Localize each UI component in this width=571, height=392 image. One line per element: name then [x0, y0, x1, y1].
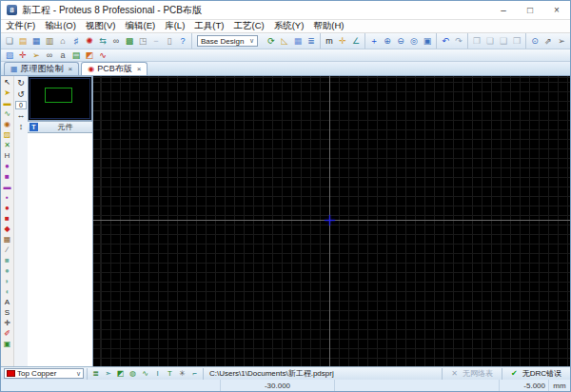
minimize-button[interactable]: – [490, 1, 517, 19]
false-origin-button[interactable]: ✛ [336, 35, 349, 48]
loop-removal-button[interactable]: ◍ [127, 368, 139, 379]
dil-pad-mode-button[interactable]: ▬ [1, 182, 13, 192]
3d-visualizer-button[interactable]: ▩ [123, 35, 136, 48]
route-mode-button[interactable]: ➣ [102, 368, 114, 379]
tab-schematic-close-icon[interactable]: × [67, 65, 73, 73]
rotate-anticlockwise-button[interactable]: ↺ [15, 89, 27, 100]
dimension-mode-button[interactable]: ✐ [1, 328, 13, 339]
pick-toggle-button[interactable]: T [30, 123, 38, 131]
2d-line-mode-button[interactable]: ∕ [1, 245, 13, 255]
menu-technology[interactable]: 工艺(C) [228, 20, 268, 32]
zoom-area-button[interactable]: ▣ [421, 35, 434, 48]
zoom-in-button[interactable]: ⊕ [381, 35, 394, 48]
2d-box-mode-button[interactable]: ■ [1, 255, 13, 265]
pick-parts-button[interactable]: ⊙ [528, 35, 541, 48]
menu-library[interactable]: 库(L) [160, 20, 189, 32]
block-delete-button[interactable]: ❒ [510, 35, 523, 48]
design-overview-minimap[interactable] [28, 76, 92, 121]
menu-output[interactable]: 输出(O) [40, 20, 81, 32]
search-tag-button[interactable]: a [56, 49, 69, 62]
object-selector-list[interactable] [28, 133, 92, 366]
block-copy-button[interactable]: ❐ [470, 35, 483, 48]
new-project-button[interactable]: ❏ [3, 35, 16, 48]
selection-mode-button[interactable]: ↖ [1, 77, 13, 88]
metric-toggle-button[interactable]: m [323, 35, 336, 48]
trace-style-button[interactable]: ∿ [139, 368, 151, 379]
verify-pointer-button[interactable]: ➢ [555, 35, 568, 48]
ratsnest-update-button[interactable]: ✳ [176, 368, 188, 379]
track-necking-button[interactable]: I [151, 368, 164, 379]
mirror-horizontal-button[interactable]: ↔ [15, 110, 27, 121]
polar-coordinates-button[interactable]: ∠ [349, 35, 363, 48]
zoom-out-button[interactable]: ⊖ [394, 35, 407, 48]
via-mode-button[interactable]: ◉ [1, 119, 13, 129]
goto-component-button[interactable]: ➢ [30, 49, 43, 62]
smt-rect-pad-mode-button[interactable]: ■ [1, 213, 13, 224]
design-explorer-button[interactable]: ∞ [109, 35, 123, 48]
zoom-all-button[interactable]: ◎ [407, 35, 421, 48]
component-mode-button[interactable]: ➤ [1, 88, 13, 98]
tab-pcb-close-icon[interactable]: × [135, 65, 142, 73]
block-move-button[interactable]: ❏ [483, 35, 497, 48]
curved-route-button[interactable]: ⌐ [188, 368, 201, 379]
home-tab-button[interactable]: ⌂ [56, 35, 69, 48]
output-origin-mode-button[interactable]: ▣ [1, 339, 13, 349]
menu-tools[interactable]: 工具(T) [189, 20, 228, 32]
pcb-editing-canvas[interactable] [93, 76, 570, 366]
menu-file[interactable]: 文件(F) [1, 20, 40, 32]
2d-arc-mode-button[interactable]: ◗ [1, 276, 13, 286]
menu-system[interactable]: 系统(Y) [269, 20, 309, 32]
maximize-button[interactable]: □ [517, 1, 543, 19]
3d-view-button[interactable]: ◩ [83, 49, 96, 62]
open-project-button[interactable]: ▤ [16, 35, 30, 48]
package-mode-button[interactable]: ▬ [1, 98, 13, 108]
layer-selector-dropdown[interactable]: Top Copper ∨ [4, 368, 84, 379]
menu-help[interactable]: 帮助(H) [308, 20, 348, 32]
layer-pairs-button[interactable]: ≣ [305, 35, 318, 48]
pcb-layout-button[interactable]: ✺ [83, 35, 96, 48]
design-rule-manager-button[interactable]: ▤ [69, 49, 83, 62]
smt-poly-pad-mode-button[interactable]: ◆ [1, 224, 13, 234]
tab-schematic[interactable]: ▦ 原理图绘制 × [4, 62, 79, 75]
schematic-capture-button[interactable]: ♯ [69, 35, 83, 48]
close-button[interactable]: × [543, 1, 570, 19]
menu-edit[interactable]: 编辑(E) [121, 20, 161, 32]
redraw-sheet-button[interactable]: ⟳ [265, 35, 278, 48]
find-component-button[interactable]: ∞ [43, 49, 56, 62]
set-square-button[interactable]: ◺ [278, 35, 291, 48]
undo-button[interactable]: ↶ [439, 35, 452, 48]
menu-view[interactable]: 视图(V) [81, 20, 121, 32]
import-project-button[interactable]: ▥ [43, 35, 56, 48]
center-at-cursor-button[interactable]: ✛ [16, 49, 30, 62]
cursor-snap-button[interactable]: ＋ [367, 35, 381, 48]
auto-necking-button[interactable]: T [164, 368, 176, 379]
square-pad-mode-button[interactable]: ■ [1, 171, 13, 182]
2d-marker-mode-button[interactable]: ✛ [1, 318, 13, 328]
2d-circle-mode-button[interactable]: ● [1, 265, 13, 276]
bom-report-button[interactable]: ◳ [136, 35, 149, 48]
redo-button[interactable]: ↷ [452, 35, 465, 48]
round-pad-mode-button[interactable]: ● [1, 161, 13, 171]
redraw-display-button[interactable]: ▧ [3, 49, 16, 62]
track-mode-button[interactable]: ∿ [1, 108, 13, 119]
grid-toggle-button[interactable]: ▦ [291, 35, 305, 48]
mirror-vertical-button[interactable]: ↕ [15, 122, 27, 132]
vsm-studio-button[interactable]: − [149, 35, 163, 48]
block-rotate-button[interactable]: ❑ [497, 35, 510, 48]
2d-symbol-mode-button[interactable]: S [1, 307, 13, 318]
ratsnest-mode-button[interactable]: ✕ [1, 140, 13, 150]
edge-pad-mode-button[interactable]: ▪ [1, 192, 13, 203]
make-package-button[interactable]: ⇗ [541, 35, 555, 48]
smt-circle-pad-mode-button[interactable]: ● [1, 203, 13, 213]
snap-toggle-button[interactable]: ◩ [114, 368, 127, 379]
rotation-angle-field[interactable]: 0 [15, 101, 27, 109]
zone-mode-button[interactable]: ▨ [1, 129, 13, 140]
help-button[interactable]: ? [176, 35, 189, 48]
layer-stack-button[interactable]: ≣ [89, 368, 102, 379]
rotate-clockwise-button[interactable]: ↻ [15, 78, 27, 88]
save-project-button[interactable]: ▦ [30, 35, 43, 48]
2d-text-mode-button[interactable]: A [1, 297, 13, 307]
project-notes-button[interactable]: ▯ [163, 35, 176, 48]
drc-status-button[interactable]: ✔ 无DRC错误 [502, 368, 570, 380]
connectivity-highlight-button[interactable]: H [1, 150, 13, 161]
